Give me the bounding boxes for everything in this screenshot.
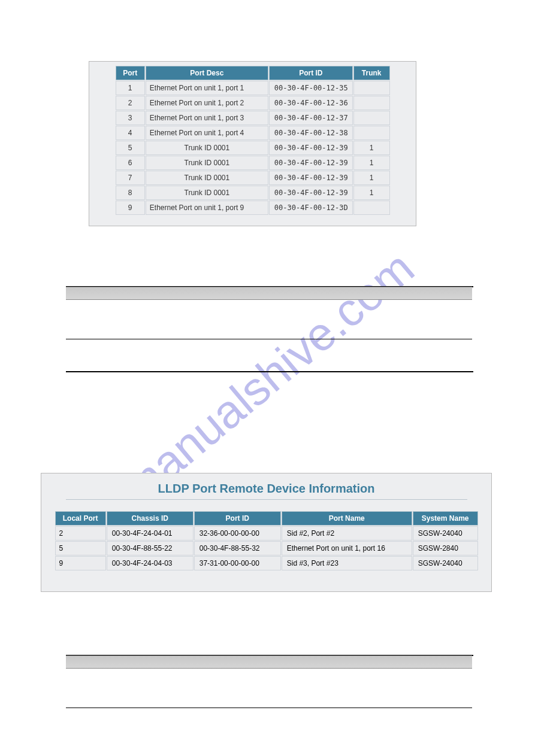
divider [66, 339, 472, 339]
cell-trunk [353, 96, 390, 110]
cell-sysname: SGSW-2840 [413, 541, 478, 555]
cell-chassis: 00-30-4F-24-04-03 [107, 556, 194, 570]
table-row: 7 Trunk ID 0001 00-30-4F-00-12-39 1 [116, 171, 390, 185]
cell-desc: Ethernet Port on unit 1, port 1 [146, 81, 268, 95]
cell-trunk [353, 111, 390, 125]
cli-command-box [66, 287, 472, 300]
th-port-id: Port ID [269, 66, 353, 80]
cell-portid: 00-30-4F-88-55-32 [194, 541, 281, 555]
cell-portid: 00-30-4F-00-12-39 [269, 141, 353, 155]
cell-trunk: 1 [353, 156, 390, 170]
cell-portname: Sid #2, Port #2 [282, 526, 412, 541]
cell-port: 4 [116, 126, 145, 140]
table-row: 2 Ethernet Port on unit 1, port 2 00-30-… [116, 96, 390, 110]
divider [66, 371, 473, 372]
cell-portid: 00-30-4F-00-12-39 [269, 171, 353, 185]
remote-device-table: Local Port Chassis ID Port ID Port Name … [55, 511, 479, 571]
cell-desc: Trunk ID 0001 [146, 141, 268, 155]
cell-sysname: SGSW-24040 [413, 526, 478, 541]
cell-portname: Ethernet Port on unit 1, port 16 [282, 541, 412, 555]
table-row: 1 Ethernet Port on unit 1, port 1 00-30-… [116, 81, 390, 95]
figure2-title: LLDP Port Remote Device Information [41, 482, 491, 496]
cell-localport: 9 [55, 556, 106, 570]
table-row: 5 Trunk ID 0001 00-30-4F-00-12-39 1 [116, 141, 390, 155]
table-row: 8 Trunk ID 0001 00-30-4F-00-12-39 1 [116, 186, 390, 200]
table-row: 2 00-30-4F-24-04-01 32-36-00-00-00-00 Si… [55, 526, 478, 541]
cell-port: 8 [116, 186, 145, 200]
th-chassis-id: Chassis ID [107, 511, 194, 526]
figure-remote-device-container: LLDP Port Remote Device Information Loca… [41, 473, 492, 592]
cli-command-box-2 [66, 655, 472, 669]
cell-trunk: 1 [353, 141, 390, 155]
cell-portid: 00-30-4F-00-12-35 [269, 81, 353, 95]
th-local-port: Local Port [55, 511, 106, 526]
cell-desc: Trunk ID 0001 [146, 186, 268, 200]
cell-portid: 00-30-4F-00-12-39 [269, 156, 353, 170]
cell-trunk: 1 [353, 186, 390, 200]
title-divider [66, 499, 467, 500]
cell-localport: 5 [55, 541, 106, 555]
cell-chassis: 00-30-4F-24-04-01 [107, 526, 194, 541]
figure-port-table-container: Port Port Desc Port ID Trunk 1 Ethernet … [89, 61, 416, 226]
table-row: 9 00-30-4F-24-04-03 37-31-00-00-00-00 Si… [55, 556, 478, 570]
port-table: Port Port Desc Port ID Trunk 1 Ethernet … [115, 65, 391, 215]
cell-desc: Ethernet Port on unit 1, port 4 [146, 126, 268, 140]
cell-port: 9 [116, 201, 145, 215]
th-trunk: Trunk [353, 66, 390, 80]
cell-trunk [353, 81, 390, 95]
cell-portid: 00-30-4F-00-12-39 [269, 186, 353, 200]
table-row: 9 Ethernet Port on unit 1, port 9 00-30-… [116, 201, 390, 215]
cell-desc: Ethernet Port on unit 1, port 9 [146, 201, 268, 215]
cell-desc: Trunk ID 0001 [146, 156, 268, 170]
cell-trunk: 1 [353, 171, 390, 185]
table-row: 3 Ethernet Port on unit 1, port 3 00-30-… [116, 111, 390, 125]
cell-port: 5 [116, 141, 145, 155]
cell-portid: 32-36-00-00-00-00 [194, 526, 281, 541]
th-port-desc: Port Desc [146, 66, 268, 80]
cell-port: 6 [116, 156, 145, 170]
th-port-id: Port ID [194, 511, 281, 526]
cell-portid: 00-30-4F-00-12-37 [269, 111, 353, 125]
cli-body [66, 287, 472, 300]
divider [66, 708, 472, 708]
cell-desc: Trunk ID 0001 [146, 171, 268, 185]
cell-sysname: SGSW-24040 [413, 556, 478, 570]
cell-portid: 00-30-4F-00-12-3D [269, 201, 353, 215]
th-port: Port [116, 66, 145, 80]
table-row: 5 00-30-4F-88-55-22 00-30-4F-88-55-32 Et… [55, 541, 478, 555]
cell-desc: Ethernet Port on unit 1, port 3 [146, 111, 268, 125]
cell-portid: 00-30-4F-00-12-36 [269, 96, 353, 110]
cell-chassis: 00-30-4F-88-55-22 [107, 541, 194, 555]
table-row: 4 Ethernet Port on unit 1, port 4 00-30-… [116, 126, 390, 140]
cli-body [66, 655, 472, 669]
table-row: 6 Trunk ID 0001 00-30-4F-00-12-39 1 [116, 156, 390, 170]
cell-port: 1 [116, 81, 145, 95]
th-port-name: Port Name [282, 511, 412, 526]
cell-portid: 37-31-00-00-00-00 [194, 556, 281, 570]
cell-trunk [353, 201, 390, 215]
th-system-name: System Name [413, 511, 478, 526]
cell-port: 7 [116, 171, 145, 185]
cell-desc: Ethernet Port on unit 1, port 2 [146, 96, 268, 110]
cell-portname: Sid #3, Port #23 [282, 556, 412, 570]
cell-port: 3 [116, 111, 145, 125]
cell-port: 2 [116, 96, 145, 110]
cell-trunk [353, 126, 390, 140]
cell-localport: 2 [55, 526, 106, 541]
cell-portid: 00-30-4F-00-12-38 [269, 126, 353, 140]
